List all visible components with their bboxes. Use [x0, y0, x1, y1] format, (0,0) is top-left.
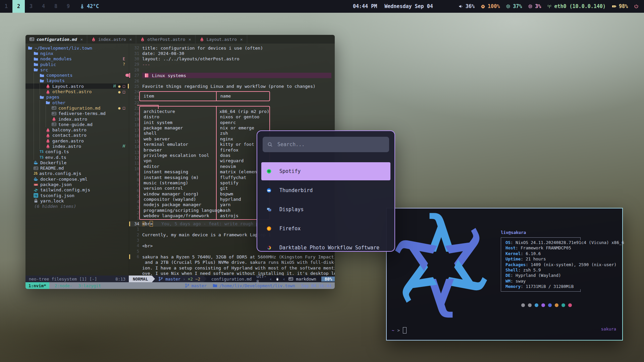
tab-index.astro[interactable]: index.astro× — [87, 35, 136, 44]
tab-configuration.md[interactable]: configuration.md× — [25, 35, 87, 44]
tree-item-package.json[interactable]: package.json — [25, 182, 129, 187]
cpu-chip-icon — [506, 4, 511, 9]
tree-item-(6 hidden items)[interactable]: (6 hidden items) — [25, 204, 129, 209]
workspace-4[interactable]: 4 — [37, 0, 50, 13]
close-icon[interactable]: × — [129, 37, 132, 42]
tree-item-astro.config.mjs[interactable]: JSastro.config.mjs — [25, 171, 129, 176]
tree-item-contact.astro[interactable]: contact.astro — [25, 133, 129, 138]
tree-item-index.astro[interactable]: index.astroH — [25, 143, 129, 149]
table-cell-item: webdev language/framework — [140, 213, 216, 218]
close-icon[interactable]: × — [240, 37, 243, 42]
badge: H — [113, 84, 116, 88]
tmux-window-lazygit[interactable]: 3:lazygit — [77, 282, 102, 289]
tree-item-components[interactable]: components — [25, 72, 129, 78]
fetch-field-Kernel: Kernel: 6.10.6 — [505, 251, 624, 256]
terminal-cursor — [403, 327, 407, 334]
tab-otherPost.astro[interactable]: otherPost.astro× — [136, 35, 195, 44]
workspace-9[interactable]: 9 — [62, 0, 74, 13]
table-row: architecturex86_64 (rip m2 pro) — [140, 109, 269, 114]
power-button[interactable] — [634, 4, 639, 9]
tree-item-balcony.astro[interactable]: balcony.astro — [25, 127, 129, 132]
close-icon[interactable]: × — [80, 37, 83, 42]
shell-prompt[interactable]: ~ > — [392, 327, 407, 334]
launcher-search[interactable] — [263, 137, 389, 152]
tree-item-nginx[interactable]: nginx — [25, 51, 129, 56]
tree-item-label: other — [52, 100, 65, 105]
tree-item-tone-guide.md[interactable]: tone-guide.md — [25, 122, 129, 127]
tmux-window-nvim[interactable]: 1:nvim* — [25, 282, 49, 289]
gpu-chip-icon — [528, 4, 533, 9]
launcher-item-Firefox[interactable]: Firefox — [261, 220, 390, 238]
tree-item-fediverse-terms.md[interactable]: fediverse-terms.md — [25, 111, 129, 116]
workspace-switcher: 123489 — [0, 0, 74, 13]
power-icon — [634, 4, 639, 9]
folder-icon — [34, 57, 38, 61]
fetch-field-value: : 11731MiB / 31280MiB — [521, 284, 574, 289]
statusline-filename: configuration.md — [207, 276, 256, 282]
launcher-item-Displays[interactable]: Displays — [261, 200, 390, 219]
tree-item-garden.astro[interactable]: garden.astro — [25, 138, 129, 143]
tree-item-otherPost.astro[interactable]: otherPost.astro●□ — [25, 89, 129, 94]
tree-item-other[interactable]: other — [25, 100, 129, 105]
md-icon — [52, 122, 56, 127]
tree-item-pages[interactable]: pages — [25, 95, 129, 100]
fetch-user-host: liv@sakura — [501, 230, 622, 235]
line-text: Favorite things regarding Linux and my w… — [142, 84, 316, 89]
workspace-1[interactable]: 1 — [0, 0, 12, 13]
workspace-2[interactable]: 2 — [12, 0, 25, 13]
tree-item-src[interactable]: src — [25, 67, 129, 72]
tab-Layout.astro[interactable]: Layout.astro× — [196, 35, 247, 44]
tmux-git-branch: master — [185, 283, 207, 288]
buffer-line: 25Favorite things regarding Linux and my… — [129, 84, 335, 89]
whale-icon — [34, 160, 38, 165]
tree-item-config.ts[interactable]: TSconfig.ts — [25, 149, 129, 155]
tree-item-~/Development/liv.town[interactable]: ~/Development/liv.town — [25, 45, 129, 51]
search-input[interactable] — [277, 141, 384, 148]
prompt-path: ~ — [392, 328, 394, 333]
tree-item-index.astro[interactable]: index.astro — [25, 116, 129, 122]
tree-item-yarn.lock[interactable]: yarn.lock — [25, 198, 129, 203]
table-cell-item: init system — [140, 120, 216, 125]
tree-item-public[interactable]: public? — [25, 62, 129, 67]
close-icon[interactable]: × — [189, 37, 191, 42]
line-number: 31 — [129, 51, 142, 56]
tree-item-label: env.d.ts — [45, 155, 66, 160]
folder-icon — [40, 73, 44, 78]
launcher-item-Darktable Photo Workflow Software[interactable]: Darktable Photo Workflow Software — [261, 239, 390, 252]
prompt-char: > — [397, 328, 400, 333]
workspace-8[interactable]: 8 — [50, 0, 62, 13]
terminal-color-palette — [521, 303, 572, 307]
darktable-icon — [267, 245, 271, 250]
neotree-file-explorer[interactable]: ~/Development/liv.townnginxnode_modulesE… — [25, 44, 129, 276]
fetch-field-value: : 21 hours — [521, 256, 546, 261]
table-cell-name: neovim — [216, 164, 236, 169]
launcher-item-Spotify[interactable]: Spotify — [261, 162, 390, 180]
table-body: architecturex86_64 (rip m2 pro)distronix… — [139, 106, 270, 220]
table-cell-item: version control — [140, 186, 216, 191]
tree-item-env.d.ts[interactable]: TSenv.d.ts — [25, 155, 129, 160]
color-dot — [568, 303, 572, 307]
tree-item-README.md[interactable]: README.md — [25, 166, 129, 171]
line-number: 5 — [129, 249, 142, 254]
table-row: instant messagingmatrix (element — [140, 169, 269, 174]
tree-item-layouts[interactable]: layouts — [25, 78, 129, 83]
tree-item-configuration.md[interactable]: configuration.md●□ — [25, 105, 129, 111]
table-rows: architecturex86_64 (rip m2 pro)distronix… — [140, 109, 269, 219]
neotree-statusline: neo-tree filesystem [1] [-] 8:13 — [25, 276, 129, 282]
launcher-item-Thunderbird[interactable]: Thunderbird — [261, 181, 390, 199]
angle-separator: ‹ — [283, 277, 285, 282]
tree-item-docker-compose.yml[interactable]: docker-compose.yml — [25, 176, 129, 182]
tree-item-node_modules[interactable]: node_modulesE — [25, 56, 129, 62]
tree-item-tsconfig.json[interactable]: tsconfig.json — [25, 193, 129, 198]
tmux-window-node[interactable]: 2:node- — [54, 282, 73, 289]
tree-item-tailwind.config.mjs[interactable]: tailwind.config.mjs — [25, 187, 129, 193]
tree-item-Layout.astro[interactable]: Layout.astroH●□ — [25, 83, 129, 89]
buffer-line: 6sakura has a Ryzen 5 7640U, 32GB of DDR… — [129, 254, 335, 259]
tree-item-Dockerfile[interactable]: Dockerfile — [25, 160, 129, 165]
color-dot — [541, 303, 545, 307]
tmux-cwd: /home/liv/Development/liv.town — [213, 283, 295, 288]
tree-item-label: fediverse-terms.md — [58, 111, 106, 116]
workspace-3[interactable]: 3 — [25, 0, 37, 13]
neotree-status-text: neo-tree filesystem [1] [-] — [29, 277, 97, 282]
color-dot — [555, 303, 558, 307]
